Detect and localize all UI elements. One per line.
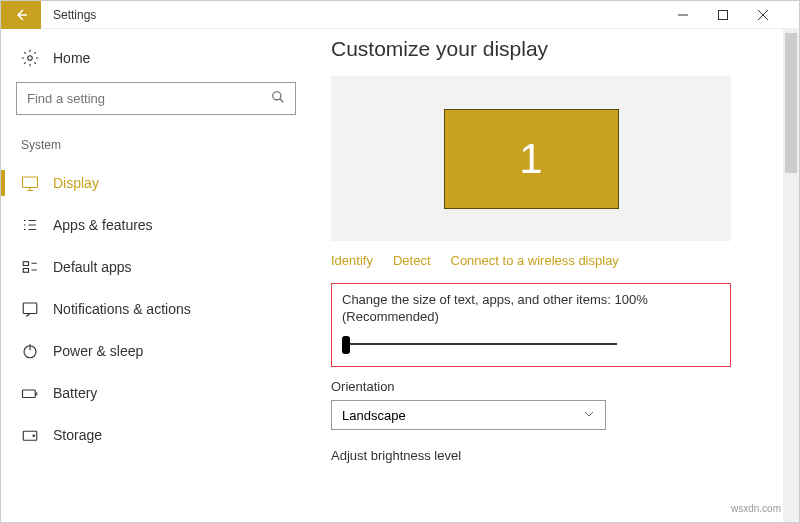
sidebar-item-label: Battery	[53, 385, 97, 401]
sidebar-item-label: Notifications & actions	[53, 301, 191, 317]
home-label: Home	[53, 50, 90, 66]
svg-rect-3	[23, 177, 38, 188]
detect-link[interactable]: Detect	[393, 253, 431, 268]
watermark: wsxdn.com	[731, 503, 781, 514]
sidebar-item-label: Apps & features	[53, 217, 153, 233]
sidebar-item-label: Storage	[53, 427, 102, 443]
sidebar-item-display[interactable]: Display	[16, 162, 316, 204]
power-icon	[21, 342, 39, 360]
svg-rect-6	[23, 303, 37, 314]
scale-recommended: (Recommended)	[342, 309, 720, 324]
orientation-dropdown[interactable]: Landscape	[331, 400, 606, 430]
minimize-button[interactable]	[663, 1, 703, 29]
display-links: Identify Detect Connect to a wireless di…	[331, 253, 769, 268]
identify-link[interactable]: Identify	[331, 253, 373, 268]
back-button[interactable]	[1, 1, 41, 29]
sidebar: Home System Display Apps & features	[1, 29, 316, 522]
sidebar-item-storage[interactable]: Storage	[16, 414, 316, 456]
scale-section: Change the size of text, apps, and other…	[331, 283, 731, 367]
svg-rect-8	[23, 390, 36, 398]
sidebar-item-apps-features[interactable]: Apps & features	[16, 204, 316, 246]
close-icon	[758, 10, 768, 20]
content: Home System Display Apps & features	[1, 29, 799, 522]
maximize-icon	[718, 10, 728, 20]
chevron-down-icon	[583, 408, 595, 423]
svg-point-10	[33, 435, 35, 437]
orientation-label: Orientation	[331, 379, 769, 394]
scale-slider[interactable]	[342, 334, 617, 354]
list-icon	[21, 216, 39, 234]
slider-track	[346, 343, 617, 345]
home-link[interactable]: Home	[16, 44, 316, 82]
svg-rect-5	[23, 269, 28, 273]
close-button[interactable]	[743, 1, 783, 29]
sidebar-item-default-apps[interactable]: Default apps	[16, 246, 316, 288]
svg-rect-4	[23, 262, 28, 266]
svg-rect-0	[719, 10, 728, 19]
titlebar: Settings	[1, 1, 799, 29]
sidebar-item-power-sleep[interactable]: Power & sleep	[16, 330, 316, 372]
sidebar-item-label: Default apps	[53, 259, 132, 275]
notification-icon	[21, 300, 39, 318]
scale-label: Change the size of text, apps, and other…	[342, 292, 720, 307]
sidebar-item-notifications[interactable]: Notifications & actions	[16, 288, 316, 330]
wireless-display-link[interactable]: Connect to a wireless display	[451, 253, 619, 268]
svg-point-1	[28, 56, 33, 61]
svg-point-2	[273, 91, 281, 99]
orientation-value: Landscape	[342, 408, 406, 423]
scrollbar-gutter	[783, 1, 799, 29]
display-preview: 1	[331, 76, 731, 241]
gear-icon	[21, 49, 39, 67]
category-label: System	[16, 133, 316, 162]
search-icon	[271, 90, 285, 108]
maximize-button[interactable]	[703, 1, 743, 29]
sidebar-item-label: Display	[53, 175, 99, 191]
window-title: Settings	[53, 8, 96, 22]
arrow-left-icon	[13, 7, 29, 23]
search-box[interactable]	[16, 82, 296, 115]
monitor-number: 1	[519, 135, 542, 183]
sidebar-item-battery[interactable]: Battery	[16, 372, 316, 414]
minimize-icon	[678, 10, 688, 20]
scrollbar[interactable]	[783, 29, 799, 522]
sidebar-item-label: Power & sleep	[53, 343, 143, 359]
slider-thumb[interactable]	[342, 336, 350, 354]
storage-icon	[21, 426, 39, 444]
window-controls	[663, 1, 799, 29]
display-icon	[21, 174, 39, 192]
main-panel: Customize your display 1 Identify Detect…	[316, 29, 799, 522]
search-input[interactable]	[27, 91, 271, 106]
page-heading: Customize your display	[331, 37, 769, 61]
defaults-icon	[21, 258, 39, 276]
monitor-tile[interactable]: 1	[444, 109, 619, 209]
scrollbar-thumb[interactable]	[785, 33, 797, 173]
battery-icon	[21, 384, 39, 402]
brightness-label: Adjust brightness level	[331, 448, 769, 463]
